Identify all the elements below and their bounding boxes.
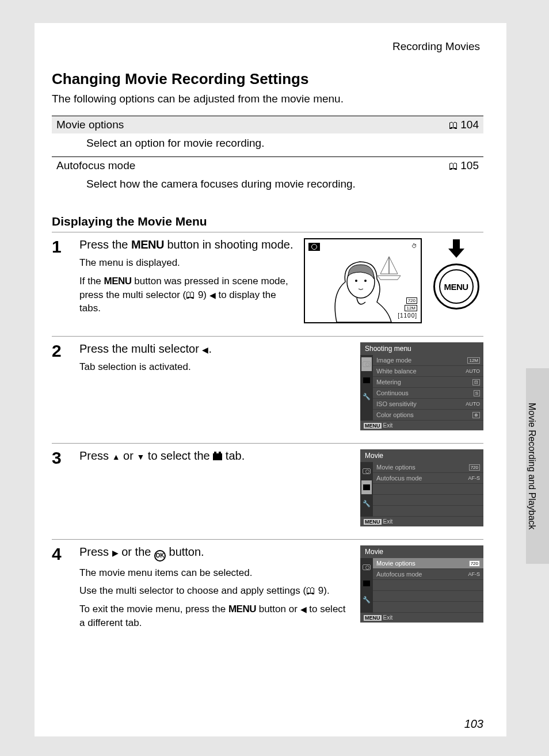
separator xyxy=(52,539,483,540)
menu-row-selected[interactable]: Movie options720 xyxy=(373,558,483,569)
step-sub: If the MENU button was pressed in scene … xyxy=(79,274,293,315)
text: or xyxy=(120,449,137,462)
step-illustration: ⏱ 720 12M [1100] MENU xyxy=(304,238,483,323)
step-sub: The movie menu items can be selected. xyxy=(79,566,350,580)
page-title: Changing Movie Recording Settings xyxy=(52,70,483,88)
menu-row[interactable]: Color options⊗ xyxy=(373,410,483,421)
up-arrow-icon xyxy=(112,449,120,462)
camera-tab[interactable] xyxy=(361,464,372,478)
movie-icon xyxy=(363,581,370,586)
separator xyxy=(52,232,483,232)
row-label: Autofocus mode xyxy=(376,571,422,578)
camera-icon xyxy=(363,564,371,570)
menu-row[interactable]: Autofocus modeAF-S xyxy=(373,569,483,580)
option-pageref: 105 xyxy=(449,159,479,172)
menu-row xyxy=(373,602,483,613)
ok-button-icon: OK xyxy=(154,550,166,562)
option-desc: Select how the camera focuses during mov… xyxy=(52,174,483,197)
row-value-icon: ⊗ xyxy=(472,412,480,418)
row-value: 12M xyxy=(467,357,480,364)
menu-badge: MENU xyxy=(364,423,382,429)
menu-row[interactable]: Image mode12M xyxy=(373,355,483,366)
camera-tab[interactable] xyxy=(361,560,372,574)
menu-row[interactable]: Autofocus modeAF-S xyxy=(373,473,483,484)
separator xyxy=(52,336,483,337)
book-icon xyxy=(449,119,458,131)
menu-button-text: MENU xyxy=(104,276,132,287)
options-table: Movie options 104 Select an option for m… xyxy=(52,116,483,197)
step-body: Press or the OK button. The movie menu i… xyxy=(79,545,350,635)
camera-mode-icon xyxy=(308,243,320,251)
step-body: Press the multi selector . Tab selection… xyxy=(79,342,350,430)
step-main: Press the multi selector . xyxy=(79,342,350,356)
menu-badge: MENU xyxy=(364,615,382,621)
camera-tab[interactable] xyxy=(361,357,372,371)
down-arrow-icon xyxy=(446,238,467,259)
intro-text: The following options can be adjusted fr… xyxy=(52,93,483,105)
row-label: White balance xyxy=(376,368,417,375)
svg-point-2 xyxy=(364,280,367,282)
option-row-head: Movie options 104 xyxy=(52,116,483,133)
down-arrow-icon xyxy=(136,449,144,462)
movie-tab[interactable] xyxy=(361,576,372,590)
setup-tab[interactable] xyxy=(361,593,372,606)
step-sub: Use the multi selector to choose and app… xyxy=(79,584,350,598)
row-label: Image mode xyxy=(376,357,411,364)
row-value: AF-S xyxy=(468,475,480,481)
menu-footer: MENUExit xyxy=(360,613,483,623)
row-label: Metering xyxy=(376,379,401,385)
menu-rows: Image mode12M White balanceAUTO Metering… xyxy=(373,355,483,421)
menu-button-text: MENU xyxy=(131,238,164,251)
step-main: Press the MENU button in shooting mode. xyxy=(79,238,293,251)
menu-badge: MENU xyxy=(364,519,382,525)
text: to select the xyxy=(144,449,213,462)
menu-button-text: MENU xyxy=(228,604,256,614)
menu-row xyxy=(373,484,483,495)
row-value: AUTO xyxy=(466,368,480,374)
step-number: 3 xyxy=(52,449,69,526)
book-icon xyxy=(449,159,458,172)
menu-row[interactable]: White balanceAUTO xyxy=(373,366,483,377)
right-arrow-icon xyxy=(112,545,119,558)
menu-button[interactable]: MENU xyxy=(439,269,474,304)
menu-rows: Movie options720 Autofocus modeAF-S xyxy=(373,558,483,613)
step-main: Press or to select the tab. xyxy=(79,449,350,463)
left-arrow-icon xyxy=(209,289,216,300)
menu-footer: MENUExit xyxy=(360,517,483,526)
step-sub: Tab selection is activated. xyxy=(79,360,350,374)
text: button or xyxy=(256,604,300,614)
step-illustration: Shooting menu Image mode12M White balanc… xyxy=(360,342,483,430)
movie-tab[interactable] xyxy=(361,480,372,494)
exit-label: Exit xyxy=(383,614,393,621)
menu-body: Movie options720 Autofocus modeAF-S xyxy=(360,462,483,517)
text: or the xyxy=(119,545,154,558)
menu-button-illustration: MENU xyxy=(429,238,483,310)
setup-tab[interactable] xyxy=(361,390,372,403)
menu-tabs xyxy=(360,558,373,613)
text: 9) xyxy=(195,289,209,300)
camera-icon xyxy=(363,468,371,474)
step-illustration: Movie Movie options720 Autofocus modeAF-… xyxy=(360,449,483,526)
menu-row[interactable]: Metering⊡ xyxy=(373,377,483,388)
step-2: 2 Press the multi selector . Tab selecti… xyxy=(52,342,483,430)
left-arrow-icon xyxy=(300,604,307,614)
row-value: S xyxy=(474,390,480,396)
option-name: Movie options xyxy=(56,119,124,131)
camera-shooting-menu: Shooting menu Image mode12M White balanc… xyxy=(360,342,483,430)
wrench-icon xyxy=(363,500,371,507)
step-1: 1 Press the MENU button in shooting mode… xyxy=(52,238,483,323)
book-icon xyxy=(306,585,315,596)
setup-tab[interactable] xyxy=(361,497,372,510)
movie-tab[interactable] xyxy=(361,373,372,387)
menu-row[interactable]: Movie options720 xyxy=(373,462,483,473)
page: Recording Movies Changing Movie Recordin… xyxy=(35,23,506,736)
page-number: 103 xyxy=(464,717,483,731)
row-label: Movie options xyxy=(376,560,415,567)
step-illustration: Movie Movie options720 Autofocus modeAF-… xyxy=(360,545,483,635)
exit-label: Exit xyxy=(383,518,393,525)
step-number: 4 xyxy=(52,545,69,635)
option-page: 105 xyxy=(460,159,479,172)
menu-row[interactable]: ContinuousS xyxy=(373,388,483,399)
step-number: 1 xyxy=(52,238,69,323)
menu-row[interactable]: ISO sensitivityAUTO xyxy=(373,399,483,410)
